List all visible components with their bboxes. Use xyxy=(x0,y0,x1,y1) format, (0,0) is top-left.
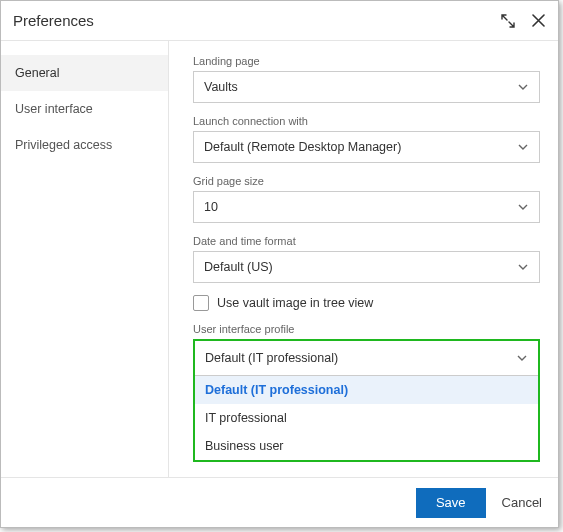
sidebar-item-user-interface[interactable]: User interface xyxy=(1,91,168,127)
dialog-footer: Save Cancel xyxy=(1,477,558,527)
ui-profile-select[interactable]: Default (IT professional) xyxy=(195,341,538,375)
preferences-dialog: Preferences General User interface Privi… xyxy=(0,0,559,528)
field-label: User interface profile xyxy=(193,323,540,335)
main-panel: Landing page Vaults Launch connection wi… xyxy=(169,41,558,477)
field-ui-profile: User interface profile Default (IT profe… xyxy=(193,323,540,462)
chevron-down-icon xyxy=(517,81,529,93)
select-value: Vaults xyxy=(204,80,238,94)
date-format-select[interactable]: Default (US) xyxy=(193,251,540,283)
sidebar: General User interface Privileged access xyxy=(1,41,169,477)
sidebar-item-label: General xyxy=(15,66,59,80)
expand-icon[interactable] xyxy=(500,13,516,29)
dropdown-item-default[interactable]: Default (IT professional) xyxy=(195,376,538,404)
dialog-header: Preferences xyxy=(1,1,558,41)
dropdown-item-label: Business user xyxy=(205,439,284,453)
sidebar-item-label: User interface xyxy=(15,102,93,116)
grid-page-size-select[interactable]: 10 xyxy=(193,191,540,223)
ui-profile-highlight: Default (IT professional) Default (IT pr… xyxy=(193,339,540,462)
dropdown-item-label: Default (IT professional) xyxy=(205,383,348,397)
ui-profile-dropdown: Default (IT professional) IT professiona… xyxy=(195,375,538,460)
cancel-button[interactable]: Cancel xyxy=(502,495,542,510)
dialog-title: Preferences xyxy=(13,12,500,29)
checkbox-label: Use vault image in tree view xyxy=(217,296,373,310)
field-label: Grid page size xyxy=(193,175,540,187)
select-value: 10 xyxy=(204,200,218,214)
select-value: Default (Remote Desktop Manager) xyxy=(204,140,401,154)
dropdown-item-business-user[interactable]: Business user xyxy=(195,432,538,460)
field-launch-with: Launch connection with Default (Remote D… xyxy=(193,115,540,163)
chevron-down-icon xyxy=(517,261,529,273)
field-label: Launch connection with xyxy=(193,115,540,127)
landing-page-select[interactable]: Vaults xyxy=(193,71,540,103)
field-label: Landing page xyxy=(193,55,540,67)
chevron-down-icon xyxy=(517,201,529,213)
save-button[interactable]: Save xyxy=(416,488,486,518)
select-value: Default (IT professional) xyxy=(205,351,338,365)
launch-with-select[interactable]: Default (Remote Desktop Manager) xyxy=(193,131,540,163)
header-controls xyxy=(500,13,546,29)
chevron-down-icon xyxy=(516,352,528,364)
field-date-format: Date and time format Default (US) xyxy=(193,235,540,283)
dialog-body: General User interface Privileged access… xyxy=(1,41,558,477)
field-landing-page: Landing page Vaults xyxy=(193,55,540,103)
select-value: Default (US) xyxy=(204,260,273,274)
close-icon[interactable] xyxy=(530,13,546,29)
sidebar-item-label: Privileged access xyxy=(15,138,112,152)
vault-image-checkbox[interactable] xyxy=(193,295,209,311)
chevron-down-icon xyxy=(517,141,529,153)
field-label: Date and time format xyxy=(193,235,540,247)
dropdown-item-label: IT professional xyxy=(205,411,287,425)
dropdown-item-it-professional[interactable]: IT professional xyxy=(195,404,538,432)
field-grid-page-size: Grid page size 10 xyxy=(193,175,540,223)
sidebar-item-privileged-access[interactable]: Privileged access xyxy=(1,127,168,163)
field-vault-image: Use vault image in tree view xyxy=(193,295,540,311)
sidebar-item-general[interactable]: General xyxy=(1,55,168,91)
